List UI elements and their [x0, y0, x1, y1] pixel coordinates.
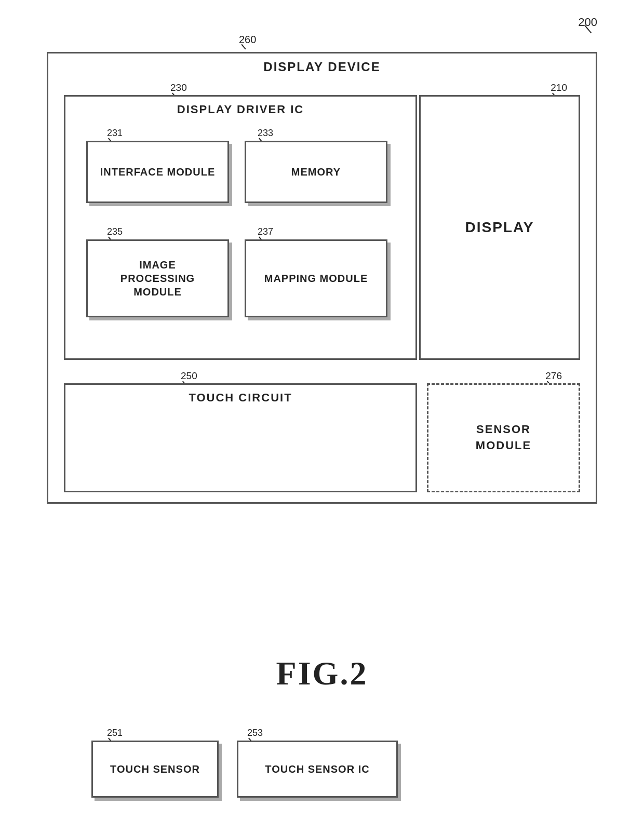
mapping-module-box: MAPPING MODULE	[245, 239, 387, 317]
diagram-area: 260 DISPLAY DEVICE 230 DISPLAY DRIVER IC…	[47, 52, 597, 623]
display-driver-ic-box: DISPLAY DRIVER IC 231 INTERFACE MODULE 2…	[64, 95, 417, 360]
mapping-module-title: MAPPING MODULE	[264, 272, 368, 285]
display-device-box: DISPLAY DEVICE 230 DISPLAY DRIVER IC 231…	[47, 52, 597, 504]
label-251: 251	[107, 728, 123, 738]
touch-sensor-ic-title: TOUCH SENSOR IC	[265, 763, 369, 775]
fig-ref-200: 200	[578, 16, 597, 29]
label-235: 235	[107, 226, 123, 237]
display-box-title: DISPLAY	[465, 219, 534, 236]
memory-box: MEMORY	[245, 141, 387, 203]
label-253: 253	[247, 728, 263, 738]
touch-sensor-ic-box: TOUCH SENSOR IC	[237, 741, 398, 798]
touch-sensor-box: TOUCH SENSOR	[91, 741, 219, 798]
image-processing-box: IMAGE PROCESSING MODULE	[86, 239, 229, 317]
sensor-module-title: SENSOR MODULE	[466, 422, 541, 454]
label-230: 230	[170, 82, 187, 93]
interface-module-title: INTERFACE MODULE	[100, 166, 216, 178]
label-260: 260	[239, 34, 256, 46]
display-driver-ic-title: DISPLAY DRIVER IC	[177, 103, 304, 116]
display-device-title: DISPLAY DEVICE	[263, 60, 380, 74]
label-210: 210	[551, 82, 567, 93]
image-processing-title: IMAGE PROCESSING MODULE	[120, 258, 195, 299]
page-container: 200 260 DISPLAY DEVICE 230 DISPLAY DRIVE…	[0, 0, 644, 820]
label-233: 233	[258, 128, 273, 139]
touch-circuit-box: TOUCH CIRCUIT 251 TOUCH SENSOR 253 TOUCH…	[64, 383, 417, 492]
label-276: 276	[545, 370, 562, 382]
label-231: 231	[107, 128, 123, 139]
memory-title: MEMORY	[291, 166, 341, 178]
display-box: DISPLAY	[419, 95, 580, 360]
sensor-module-box: SENSOR MODULE	[427, 383, 580, 492]
touch-sensor-title: TOUCH SENSOR	[110, 763, 200, 775]
label-250: 250	[181, 370, 197, 382]
touch-circuit-title: TOUCH CIRCUIT	[189, 391, 292, 405]
fig-label: FIG.2	[276, 654, 368, 693]
interface-module-box: INTERFACE MODULE	[86, 141, 229, 203]
label-237: 237	[258, 226, 273, 237]
